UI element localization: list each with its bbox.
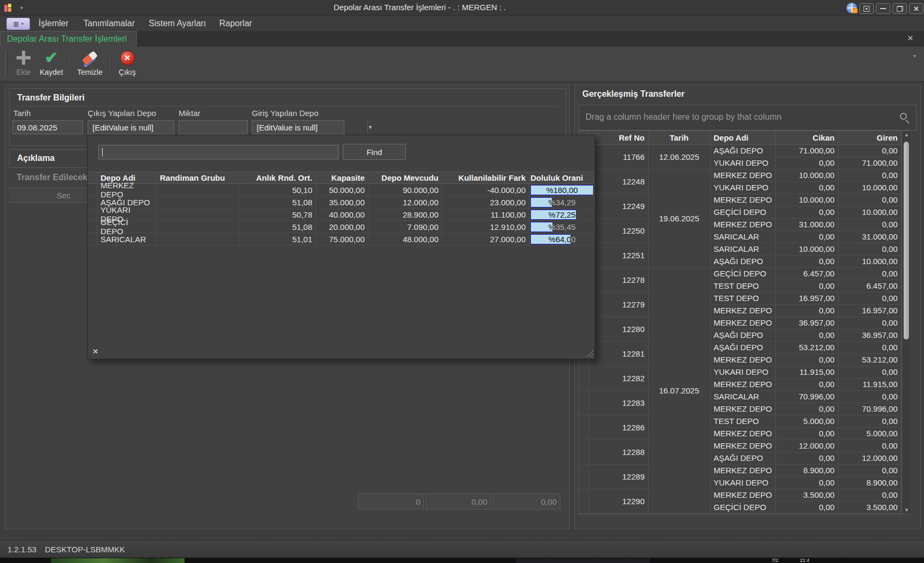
popup-header-row[interactable]: Depo AdiRandiman GrubuAnlık Rnd. Ort.Kap… (88, 172, 595, 184)
ref-no-cell[interactable]: 12278 (588, 267, 648, 292)
giren-cell[interactable]: 31.000,00 (838, 230, 901, 243)
row-indicator-cell[interactable] (579, 390, 588, 415)
popup-depo-row[interactable]: SARICALAR51,0175.000,0048.000,0027.000,0… (88, 233, 595, 245)
ref-no-cell[interactable]: 12289 (588, 464, 648, 489)
cikan-cell[interactable]: 70.996,00 (775, 390, 838, 403)
giren-cell[interactable]: 8.900,00 (838, 476, 901, 489)
cikan-cell[interactable]: 0,00 (775, 329, 838, 341)
depo-adi-cell[interactable]: MERKEZ DEPO (710, 169, 775, 181)
find-button[interactable]: Find (343, 144, 406, 160)
history-row[interactable]: 12249MERKEZ DEPO10.000,000,00 (579, 194, 901, 206)
depo-adi-cell[interactable]: MERKEZ DEPO (710, 378, 775, 390)
cikan-cell[interactable]: 0,00 (775, 501, 838, 513)
giren-cell[interactable]: 0,00 (838, 439, 901, 452)
cikan-cell[interactable]: 0,00 (775, 353, 838, 366)
cikan-cell[interactable]: 3.500,00 (775, 489, 838, 501)
popup-close-icon[interactable]: ✕ (93, 348, 98, 356)
history-row[interactable]: 1227816.07.2025GEÇİCİ DEPO6.457,000,00 (579, 267, 901, 280)
depo-adi-cell[interactable]: TEST DEPO (710, 415, 775, 427)
history-row[interactable]: 12282YUKARI DEPO11.915,000,00 (579, 366, 901, 378)
depo-adi-cell[interactable]: MERKEZ DEPO (710, 427, 775, 439)
cikan-cell[interactable]: 0,00 (775, 452, 838, 464)
menu-tanimlamalar[interactable]: Tanımlamalar (83, 19, 135, 29)
giren-cell[interactable]: 0,00 (838, 415, 901, 427)
popup-depo-row[interactable]: YUKARI DEPO50,7840.000,0028.900,0011.100… (88, 209, 595, 221)
depo-adi-cell[interactable]: MERKEZ DEPO (710, 403, 775, 415)
giren-cell[interactable]: 0,00 (838, 267, 901, 280)
history-row[interactable]: 12280MERKEZ DEPO36.957,000,00 (579, 317, 901, 329)
depo-adi-cell[interactable]: SARICALAR (710, 243, 775, 255)
depo-adi-cell[interactable]: MERKEZ DEPO (710, 439, 775, 452)
cikan-cell[interactable]: 8.900,00 (775, 464, 838, 476)
depo-adi-cell[interactable]: YUKARI DEPO (710, 366, 775, 378)
row-indicator-cell[interactable] (579, 464, 588, 489)
fullscreen-button[interactable] (859, 3, 874, 14)
taskbar-thumbnail[interactable] (516, 558, 650, 563)
history-row[interactable]: 12251SARICALAR10.000,000,00 (579, 243, 901, 255)
depo-adi-cell[interactable]: MERKEZ DEPO (710, 194, 775, 206)
tab-depolar-arasi-transfer[interactable]: Depolar Arası Transfer İşlemleri (0, 31, 137, 47)
cikan-cell[interactable]: 0,00 (775, 230, 838, 243)
ref-no-cell[interactable]: 12281 (588, 341, 648, 366)
ref-no-cell[interactable]: 12280 (588, 317, 648, 341)
giris-depo-value[interactable] (252, 123, 367, 132)
cikan-cell[interactable]: 36.957,00 (775, 317, 838, 329)
popup-depo-row[interactable]: GEÇİCİ DEPO51,0820.000,007.090,0012.910,… (88, 221, 595, 233)
depo-adi-cell[interactable]: YUKARI DEPO (710, 157, 775, 169)
depo-adi-cell[interactable]: SARICALAR (710, 390, 775, 403)
ref-no-cell[interactable]: 12248 (588, 169, 648, 194)
menu-raporlar[interactable]: Raporlar (219, 19, 252, 29)
depo-adi-cell[interactable]: AŞAĞI DEPO (710, 341, 775, 353)
app-menu-button[interactable]: ≣ ▾ (6, 18, 30, 30)
cikan-cell[interactable]: 11.915,00 (775, 366, 838, 378)
giren-cell[interactable]: 53.212,00 (838, 353, 901, 366)
depo-adi-cell[interactable]: MERKEZ DEPO (710, 489, 775, 501)
history-column-header[interactable]: Giren (838, 131, 901, 144)
toolbar-grip[interactable] (5, 51, 7, 76)
cikan-cell[interactable]: 16.957,00 (775, 292, 838, 304)
row-indicator-cell[interactable] (579, 489, 588, 513)
giren-cell[interactable]: 0,00 (838, 144, 901, 157)
ref-no-cell[interactable]: 11766 (588, 144, 648, 169)
cikan-cell[interactable]: 12.000,00 (775, 439, 838, 452)
cikan-cell[interactable]: 10.000,00 (775, 169, 838, 181)
history-row[interactable]: 12289MERKEZ DEPO8.900,000,00 (579, 464, 901, 476)
ref-no-cell[interactable]: 12286 (588, 415, 648, 439)
cikan-cell[interactable]: 71.000,00 (775, 144, 838, 157)
depo-adi-cell[interactable]: AŞAĞI DEPO (710, 452, 775, 464)
cikan-cell[interactable]: 0,00 (775, 378, 838, 390)
tarih-cell[interactable]: 19.06.2025 (648, 169, 710, 267)
restore-button[interactable] (892, 3, 907, 14)
history-row[interactable]: 12290MERKEZ DEPO3.500,000,00 (579, 489, 901, 501)
giren-cell[interactable]: 0,00 (838, 194, 901, 206)
cikan-cell[interactable]: 0,00 (775, 403, 838, 415)
giren-cell[interactable]: 0,00 (838, 341, 901, 353)
giren-cell[interactable]: 10.000,00 (838, 255, 901, 267)
ekle-button[interactable]: Ekle (12, 48, 35, 80)
popup-depo-row[interactable]: AŞAĞI DEPO51,0835.000,0012.000,0023.000,… (88, 196, 595, 209)
giren-cell[interactable]: 0,00 (838, 366, 901, 378)
depo-adi-cell[interactable]: GEÇİCİ DEPO (710, 206, 775, 218)
menu-sistem-ayarlari[interactable]: Sistem Ayarları (149, 19, 206, 29)
popup-search-input[interactable] (98, 145, 338, 159)
cikan-cell[interactable]: 0,00 (775, 427, 838, 439)
kaydet-button[interactable]: ✔ Kaydet (37, 48, 65, 80)
giren-cell[interactable]: 0,00 (838, 169, 901, 181)
giren-cell[interactable]: 71.000,00 (838, 157, 901, 169)
cikan-cell[interactable]: 10.000,00 (775, 243, 838, 255)
history-column-header[interactable]: Ref No (588, 131, 648, 144)
cikan-cell[interactable]: 0,00 (775, 476, 838, 489)
cikis-button[interactable]: ✕ Çıkış (116, 48, 139, 80)
cikan-cell[interactable]: 6.457,00 (775, 267, 838, 280)
cikan-cell[interactable]: 31.000,00 (775, 218, 838, 230)
tarih-cell[interactable]: 16.07.2025 (648, 267, 710, 513)
depo-adi-cell[interactable]: TEST DEPO (710, 280, 775, 292)
giren-cell[interactable]: 10.000,00 (838, 206, 901, 218)
depo-adi-cell[interactable]: MERKEZ DEPO (710, 353, 775, 366)
giren-cell[interactable]: 0,00 (838, 317, 901, 329)
ref-no-cell[interactable]: 12290 (588, 489, 648, 513)
cikan-cell[interactable]: 0,00 (775, 206, 838, 218)
history-row[interactable]: 12286TEST DEPO5.000,000,00 (579, 415, 901, 427)
row-indicator-cell[interactable] (579, 439, 588, 464)
history-row[interactable]: 12288MERKEZ DEPO12.000,000,00 (579, 439, 901, 452)
